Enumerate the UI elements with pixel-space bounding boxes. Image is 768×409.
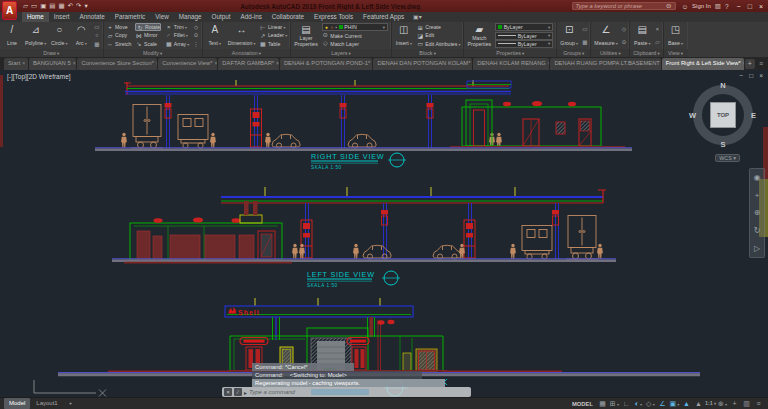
copy-clip-icon[interactable]: ▱	[655, 39, 659, 45]
mirror-tool[interactable]: ⋈Mirror	[135, 31, 161, 39]
close-icon[interactable]: ×	[224, 388, 232, 396]
group-edit-icon[interactable]: ▦	[582, 39, 587, 45]
file-tab[interactable]: DENAH & POTONGAN POND-1*×	[280, 58, 373, 70]
orbit-icon[interactable]: ↻	[754, 226, 761, 235]
wcs-dropdown[interactable]: WCS ▾	[715, 154, 740, 162]
move-tool[interactable]: +Move	[107, 23, 132, 31]
edit-block-tool[interactable]: ◪Edit	[417, 31, 461, 39]
close-button[interactable]: ×	[759, 3, 763, 10]
draw-panel-label[interactable]: Draw	[0, 49, 103, 57]
file-tab[interactable]: Start×	[4, 58, 28, 70]
leader-tool[interactable]: ↗Leader	[259, 31, 287, 39]
close-tab-icon[interactable]: ×	[73, 60, 76, 66]
clipboard-extra-tools[interactable]: ×▱	[654, 23, 660, 48]
copy-tool[interactable]: ▱Copy	[107, 31, 132, 39]
groups-panel-label[interactable]: Groups	[557, 49, 590, 57]
doc-restore-button[interactable]: □	[749, 72, 753, 79]
show-motion-icon[interactable]: ▷	[754, 244, 760, 253]
chevron-down-icon[interactable]: ▾	[724, 402, 727, 407]
annotation-scale-icon[interactable]: 1:1 ▾	[705, 398, 716, 409]
close-tab-icon[interactable]: ×	[214, 60, 217, 66]
dimension-tool[interactable]: ↔Dimension	[227, 23, 257, 48]
pan-icon[interactable]: +	[755, 191, 760, 200]
doc-close-button[interactable]: ×	[759, 72, 763, 79]
ribbon-tab-output[interactable]: Output	[207, 12, 236, 22]
close-tab-icon[interactable]: ×	[276, 60, 279, 66]
chevron-down-icon[interactable]: ▾	[676, 402, 679, 407]
chevron-down-icon[interactable]: ▾	[652, 402, 655, 407]
match-properties-tool[interactable]: ▰MatchProperties	[466, 23, 492, 48]
properties-panel-label[interactable]: Properties	[464, 49, 556, 57]
ribbon-tab-view[interactable]: View	[150, 12, 174, 22]
help-icon[interactable]: ?	[725, 3, 729, 10]
table-tool[interactable]: ▦Table	[259, 40, 287, 48]
save-icon[interactable]: ▣	[40, 2, 46, 10]
ribbon-tab-collaborate[interactable]: Collaborate	[267, 12, 309, 22]
close-tab-icon[interactable]: ×	[548, 60, 550, 66]
viewcube-west[interactable]: W	[689, 111, 696, 120]
modify-panel-label[interactable]: Modify	[104, 49, 202, 57]
ribbon-tab-parametric[interactable]: Parametric	[110, 12, 150, 22]
circle-tool[interactable]: ○Circle	[49, 23, 69, 48]
annotation-visibility-icon[interactable]: ▲	[681, 398, 692, 409]
open-icon[interactable]: ▭	[31, 2, 37, 10]
customization-icon[interactable]: +	[729, 398, 740, 409]
linetype-dropdown[interactable]: ByLayer▾	[495, 40, 553, 48]
chevron-down-icon[interactable]: ▾	[383, 25, 385, 30]
array-tool[interactable]: ▦Array	[165, 40, 189, 48]
close-tab-icon[interactable]: ×	[156, 60, 157, 66]
file-tab[interactable]: Convenience View*×	[158, 58, 217, 70]
ribbon-tab-express-tools[interactable]: Express Tools	[309, 12, 358, 22]
search-icon[interactable]: ⊙	[666, 2, 671, 10]
polar-tracking-icon[interactable]: ◐ ▾	[633, 398, 644, 409]
model-space-canvas[interactable]: RIGHT SIDE VIEW SKALA 1:50	[0, 70, 768, 397]
fillet-tool[interactable]: ◜Fillet	[165, 31, 189, 39]
chevron-down-icon[interactable]: ▾	[548, 41, 550, 46]
file-tab[interactable]: Front Right & Left Side View*×	[662, 58, 744, 70]
infocenter-search-input[interactable]: Type a keyword or phrase ⊙	[572, 2, 676, 10]
file-tab[interactable]: DAFTAR GAMBAR*×	[218, 58, 279, 70]
close-tab-icon[interactable]: ×	[743, 60, 744, 66]
app-store-icon[interactable]: ▥	[715, 2, 721, 10]
grid-icon[interactable]: ▦	[597, 398, 608, 409]
close-tab-icon[interactable]: ×	[22, 60, 25, 66]
navigation-bar[interactable]: ◉+⊕↻▷	[749, 168, 765, 258]
object-snap-icon[interactable]: ▣ ▾	[669, 398, 680, 409]
application-menu-button[interactable]: A	[2, 1, 17, 20]
steering-wheel-icon[interactable]: ◉	[754, 173, 761, 182]
file-tab[interactable]: DENAH KOLAM RENANG×	[473, 58, 549, 70]
file-tab[interactable]: Convenience Store Section*×	[77, 58, 157, 70]
ribbon-tab-add-ins[interactable]: Add-ins	[235, 12, 266, 22]
layout-tab-+[interactable]: +	[64, 398, 78, 409]
ribbon-tab-home[interactable]: Home	[22, 12, 49, 22]
viewcube-north[interactable]: N	[720, 81, 725, 90]
lineweight-dropdown[interactable]: ByLayer▾	[495, 32, 553, 40]
viewcube-south[interactable]: S	[720, 140, 725, 149]
clean-screen-icon[interactable]: ≡	[753, 398, 764, 409]
viewcube[interactable]: TOP N S W E	[691, 83, 755, 147]
sign-in-button[interactable]: Sign In	[692, 3, 711, 9]
viewcube-east[interactable]: E	[751, 111, 756, 120]
polyline-tool[interactable]: ⊿Polyline	[24, 23, 47, 48]
tab-overflow-menu-icon[interactable]: ≡	[756, 58, 766, 70]
layout-tab-layout1[interactable]: Layout1	[31, 398, 62, 409]
id-point-icon[interactable]: ⊙	[622, 39, 627, 45]
save-as-icon[interactable]: ▤	[49, 2, 55, 10]
line-tool[interactable]: /Line	[2, 23, 22, 48]
redo-icon[interactable]: ↷	[76, 2, 81, 10]
viewcube-top-face[interactable]: TOP	[710, 102, 736, 128]
ribbon-tab-annotate[interactable]: Annotate	[75, 12, 110, 22]
utilities-extra-tools[interactable]: ◇⊙	[621, 23, 628, 48]
chevron-down-icon[interactable]: ▾	[713, 401, 716, 406]
autoscale-icon[interactable]: ▲	[693, 398, 704, 409]
arc-tool[interactable]: ◠Arc	[71, 23, 91, 48]
color-dropdown[interactable]: ByLayer▾	[495, 23, 553, 31]
view-panel-label[interactable]: View	[664, 49, 688, 57]
file-tab[interactable]: BANGUNAN 5×	[29, 58, 77, 70]
command-line-input[interactable]: × ∕ ▸ Type a command	[222, 387, 471, 397]
ribbon-tab-featured-apps[interactable]: Featured Apps	[358, 12, 409, 22]
paste-tool[interactable]: ▤Paste	[632, 23, 652, 48]
restore-button[interactable]: □	[748, 3, 752, 10]
group-tool[interactable]: ⊡Group	[559, 23, 579, 48]
cut-icon[interactable]: ×	[655, 26, 659, 32]
